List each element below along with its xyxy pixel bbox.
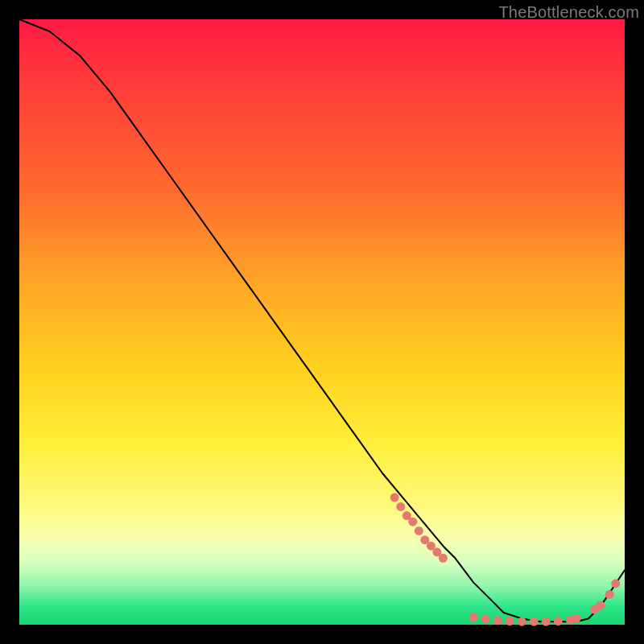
bottleneck-curve [19,19,625,621]
chart-frame [19,19,625,625]
data-dot [481,615,490,624]
data-dot [611,579,620,588]
curve-layer [19,19,625,625]
data-dot [396,502,405,511]
data-dot [493,616,502,625]
data-dot [469,613,478,622]
data-dot [439,554,448,563]
data-dot [554,617,563,625]
data-dot [506,617,514,625]
data-dots [390,493,621,626]
data-dot [408,518,417,526]
data-dot [390,493,399,502]
data-dot [572,614,580,623]
data-dot [542,617,551,626]
data-dot [596,601,605,609]
data-dot [605,590,614,599]
data-dot [518,617,526,626]
data-dot [415,526,423,535]
data-dot [530,617,539,626]
